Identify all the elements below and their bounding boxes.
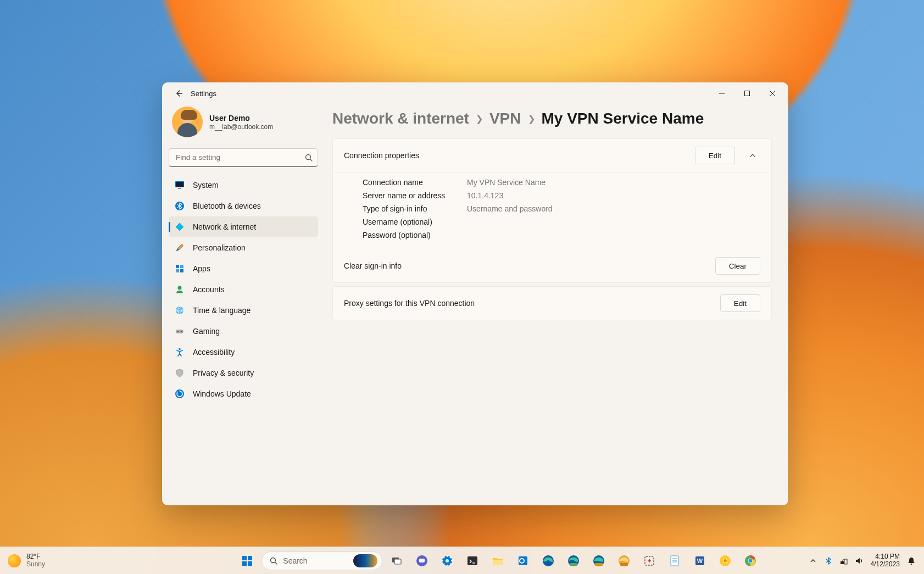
property-row: Connection name My VPN Service Name <box>363 176 760 189</box>
property-key: Username (optional) <box>363 218 456 226</box>
speaker-icon <box>855 556 864 565</box>
breadcrumb-link-vpn[interactable]: VPN <box>489 110 521 127</box>
search-icon <box>270 557 277 565</box>
taskbar-app-outlook[interactable] <box>512 550 534 572</box>
sidebar-item-bluetooth[interactable]: Bluetooth & devices <box>169 196 318 216</box>
bluetooth-icon <box>825 557 832 565</box>
profile-block[interactable]: User Demo m__lab@outlook.com <box>169 104 318 145</box>
svg-rect-34 <box>493 560 503 565</box>
property-value: My VPN Service Name <box>467 178 546 187</box>
taskbar-app-notepad[interactable] <box>664 550 686 572</box>
main-content: Network & internet ❯ VPN ❯ My VPN Servic… <box>325 104 788 505</box>
taskbar-app-snip[interactable] <box>638 550 660 572</box>
sidebar-item-network[interactable]: Network & internet <box>169 216 318 237</box>
taskbar-clock[interactable]: 4:10 PM 4/12/2023 <box>867 553 903 569</box>
svg-rect-10 <box>176 269 179 272</box>
svg-point-17 <box>177 331 179 332</box>
window-title: Settings <box>191 90 216 98</box>
connection-properties-header[interactable]: Connection properties Edit <box>333 139 771 172</box>
chevron-right-icon: ❯ <box>476 114 483 124</box>
sidebar-item-label: Gaming <box>193 327 220 336</box>
snip-icon <box>643 555 655 567</box>
sidebar-item-windows-update[interactable]: Windows Update <box>169 383 318 404</box>
taskbar-app-edge-beta[interactable] <box>563 550 585 572</box>
svg-point-32 <box>446 559 449 562</box>
globe-icon <box>174 305 185 316</box>
taskbar-center: Search W <box>192 550 806 572</box>
avatar <box>172 107 203 137</box>
sidebar-item-accessibility[interactable]: Accessibility <box>169 342 318 363</box>
sidebar-item-gaming[interactable]: Gaming <box>169 321 318 342</box>
chat-icon <box>416 555 428 567</box>
taskbar-app-word[interactable]: W <box>689 550 711 572</box>
edit-proxy-button[interactable]: Edit <box>720 294 760 312</box>
sidebar-item-label: System <box>193 181 219 190</box>
tray-bluetooth[interactable] <box>821 550 836 572</box>
property-row: Server name or address 10.1.4.123 <box>363 189 760 202</box>
sidebar-item-privacy[interactable]: Privacy & security <box>169 363 318 383</box>
taskbar-app-explorer[interactable] <box>487 550 509 572</box>
property-key: Connection name <box>363 178 456 187</box>
tray-volume[interactable] <box>852 550 866 572</box>
taskbar-app-chrome[interactable] <box>739 550 761 572</box>
chrome-canary-icon <box>719 555 731 567</box>
taskbar-app-terminal[interactable] <box>461 550 483 572</box>
settings-window: Settings User Demo m__lab@outlook.com <box>162 82 788 505</box>
taskbar-app-edge-canary[interactable] <box>613 550 635 572</box>
weather-temp: 82°F <box>26 553 45 560</box>
svg-rect-8 <box>176 265 179 268</box>
titlebar[interactable]: Settings <box>162 82 788 104</box>
breadcrumb-link-network[interactable]: Network & internet <box>332 110 469 127</box>
svg-rect-55 <box>844 559 847 564</box>
brush-icon <box>174 242 185 253</box>
close-button[interactable] <box>760 85 785 102</box>
sidebar-item-label: Privacy & security <box>193 369 254 377</box>
sidebar-item-label: Network & internet <box>193 222 256 231</box>
svg-rect-3 <box>176 182 183 187</box>
svg-point-12 <box>178 286 182 290</box>
taskbar-app-chat[interactable] <box>411 550 433 572</box>
maximize-button[interactable] <box>734 85 760 102</box>
task-view-button[interactable] <box>386 550 408 572</box>
taskbar-app-edge-dev[interactable] <box>588 550 610 572</box>
sidebar-item-label: Apps <box>193 264 210 273</box>
search-input[interactable] <box>169 148 318 167</box>
collapse-toggle[interactable] <box>745 148 760 163</box>
svg-point-53 <box>749 559 753 562</box>
taskbar[interactable]: 82°F Sunny Search <box>0 547 924 574</box>
svg-rect-11 <box>180 269 183 272</box>
sidebar-item-personalization[interactable]: Personalization <box>169 237 318 258</box>
svg-point-18 <box>181 331 182 332</box>
person-icon <box>174 284 185 295</box>
sidebar-item-accounts[interactable]: Accounts <box>169 279 318 300</box>
profile-name: User Demo <box>209 113 273 123</box>
tray-overflow[interactable] <box>806 550 820 572</box>
taskbar-app-chrome-canary[interactable] <box>714 550 736 572</box>
tray-network[interactable] <box>837 550 851 572</box>
sidebar-item-time-language[interactable]: Time & language <box>169 300 318 321</box>
back-button[interactable] <box>170 85 187 102</box>
tray-notifications[interactable] <box>904 550 919 572</box>
svg-rect-33 <box>467 556 477 565</box>
arrow-left-icon <box>174 89 183 98</box>
clear-button[interactable]: Clear <box>715 257 760 275</box>
start-button[interactable] <box>236 550 258 572</box>
connection-properties-card: Connection properties Edit Connection na… <box>332 138 772 283</box>
taskbar-weather[interactable]: 82°F Sunny <box>0 553 192 567</box>
network-icon <box>174 221 185 232</box>
taskbar-search[interactable]: Search <box>261 551 382 570</box>
sidebar-item-apps[interactable]: Apps <box>169 258 318 279</box>
taskbar-app-settings[interactable] <box>436 550 458 572</box>
edit-connection-button[interactable]: Edit <box>695 147 735 164</box>
gear-icon <box>441 555 453 567</box>
word-icon: W <box>694 555 706 567</box>
svg-rect-45 <box>671 556 678 566</box>
minimize-button[interactable] <box>709 85 734 102</box>
sidebar-item-label: Personalization <box>193 243 246 252</box>
windows-icon <box>241 555 253 567</box>
search-box[interactable] <box>169 148 318 167</box>
sidebar-item-system[interactable]: System <box>169 175 318 196</box>
taskbar-search-label: Search <box>283 556 348 565</box>
svg-rect-25 <box>248 561 252 566</box>
taskbar-app-edge[interactable] <box>537 550 559 572</box>
